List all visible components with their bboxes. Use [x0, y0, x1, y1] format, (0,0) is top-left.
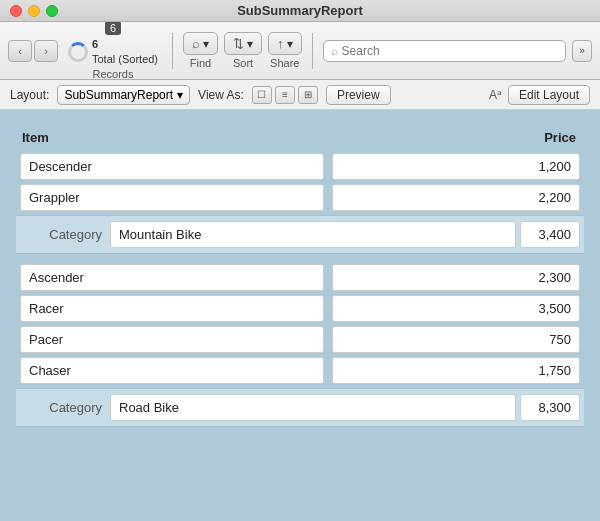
records-section: 6 6 Total (Sorted) Records: [68, 21, 158, 80]
table-header-row: Item Price: [16, 126, 584, 151]
table-row: Descender 1,200: [16, 151, 584, 182]
title-bar: SubSummaryReport: [0, 0, 600, 22]
view-form-button[interactable]: ☐: [252, 86, 272, 104]
summary-price: 8,300: [520, 394, 580, 421]
search-icon: ⌕: [331, 44, 338, 58]
price-value: 3,500: [332, 295, 580, 322]
item-cell[interactable]: Racer: [16, 293, 328, 324]
category-label: Category: [20, 227, 110, 242]
minimize-button[interactable]: [28, 5, 40, 17]
search-icon: ⌕: [192, 36, 200, 51]
summary-row: Category Mountain Bike 3,400: [16, 213, 584, 256]
price-value: 2,200: [332, 184, 580, 211]
price-cell[interactable]: 1,750: [328, 355, 584, 386]
back-button[interactable]: ‹: [8, 40, 32, 62]
share-dropdown-icon: ▾: [287, 37, 293, 51]
loading-spinner: [68, 42, 88, 62]
item-cell[interactable]: Descender: [16, 151, 328, 182]
forward-button[interactable]: ›: [34, 40, 58, 62]
price-cell[interactable]: 2,300: [328, 262, 584, 293]
records-total: 6: [92, 37, 158, 51]
item-value: Grappler: [20, 184, 324, 211]
price-value: 1,200: [332, 153, 580, 180]
records-count-badge: 6: [105, 21, 121, 35]
table-row: Pacer 750: [16, 324, 584, 355]
summary-cell: Category Road Bike 8,300: [16, 386, 584, 429]
view-table-button[interactable]: ⊞: [298, 86, 318, 104]
table-row: Ascender 2,300: [16, 262, 584, 293]
sort-dropdown-icon: ▾: [247, 37, 253, 51]
report-table: Item Price Descender 1,200 Grappler 2,20…: [16, 126, 584, 435]
edit-layout-button[interactable]: Edit Layout: [508, 85, 590, 105]
summary-row: Category Road Bike 8,300: [16, 386, 584, 429]
category-value: Mountain Bike: [110, 221, 516, 248]
view-list-button[interactable]: ≡: [275, 86, 295, 104]
header-price: Price: [328, 126, 584, 151]
price-cell[interactable]: 3,500: [328, 293, 584, 324]
traffic-lights: [10, 5, 58, 17]
layout-selector[interactable]: SubSummaryReport ▾: [57, 85, 190, 105]
view-as-label: View As:: [198, 88, 244, 102]
spacer-row: [16, 429, 584, 435]
summary-cell: Category Mountain Bike 3,400: [16, 213, 584, 256]
item-value: Descender: [20, 153, 324, 180]
share-button[interactable]: ↑ ▾: [268, 32, 302, 55]
price-cell[interactable]: 2,200: [328, 182, 584, 213]
sort-group: ⇅ ▾ Sort: [224, 32, 262, 69]
layout-label: Layout:: [10, 88, 49, 102]
layout-bar: Layout: SubSummaryReport ▾ View As: ☐ ≡ …: [0, 80, 600, 110]
sort-icon: ⇅: [233, 36, 244, 51]
item-value: Ascender: [20, 264, 324, 291]
records-info: 6 Total (Sorted): [92, 37, 158, 66]
spinner-area: 6 Total (Sorted): [68, 37, 158, 66]
close-button[interactable]: [10, 5, 22, 17]
table-row: Grappler 2,200: [16, 182, 584, 213]
find-button[interactable]: ⌕ ▾: [183, 32, 218, 55]
font-size-icon[interactable]: Aᵃ: [489, 88, 502, 102]
table-row: Racer 3,500: [16, 293, 584, 324]
category-value: Road Bike: [110, 394, 516, 421]
summary-wrap: Category Mountain Bike 3,400: [16, 215, 584, 254]
table-row: Chaser 1,750: [16, 355, 584, 386]
sort-button[interactable]: ⇅ ▾: [224, 32, 262, 55]
nav-buttons: ‹ ›: [8, 40, 58, 62]
item-value: Pacer: [20, 326, 324, 353]
layout-name: SubSummaryReport: [64, 88, 173, 102]
maximize-button[interactable]: [46, 5, 58, 17]
table-wrapper: Item Price Descender 1,200 Grappler 2,20…: [0, 110, 600, 521]
item-value: Racer: [20, 295, 324, 322]
category-label: Category: [20, 400, 110, 415]
item-cell[interactable]: Chaser: [16, 355, 328, 386]
window-title: SubSummaryReport: [237, 3, 363, 18]
separator-1: [172, 33, 173, 69]
summary-price: 3,400: [520, 221, 580, 248]
layout-dropdown-icon: ▾: [177, 88, 183, 102]
price-value: 2,300: [332, 264, 580, 291]
layout-bar-right: Aᵃ Edit Layout: [489, 85, 590, 105]
summary-wrap: Category Road Bike 8,300: [16, 388, 584, 427]
view-icons: ☐ ≡ ⊞: [252, 86, 318, 104]
toolbar: ‹ › 6 6 Total (Sorted) Records ⌕ ▾ Find …: [0, 22, 600, 80]
records-sorted-label: Total (Sorted): [92, 52, 158, 66]
main-content: Item Price Descender 1,200 Grappler 2,20…: [0, 110, 600, 521]
header-item: Item: [16, 126, 328, 151]
find-group: ⌕ ▾ Find: [183, 32, 218, 69]
find-dropdown-icon: ▾: [203, 37, 209, 51]
find-label: Find: [190, 57, 211, 69]
sort-label: Sort: [233, 57, 253, 69]
separator-2: [312, 33, 313, 69]
price-cell[interactable]: 750: [328, 324, 584, 355]
item-cell[interactable]: Pacer: [16, 324, 328, 355]
price-cell[interactable]: 1,200: [328, 151, 584, 182]
price-value: 1,750: [332, 357, 580, 384]
item-cell[interactable]: Ascender: [16, 262, 328, 293]
expand-button[interactable]: »: [572, 40, 592, 62]
share-group: ↑ ▾ Share: [268, 32, 302, 69]
preview-button[interactable]: Preview: [326, 85, 391, 105]
search-input[interactable]: [342, 44, 558, 58]
records-label: Records: [93, 68, 134, 80]
search-box[interactable]: ⌕: [323, 40, 566, 62]
share-label: Share: [270, 57, 299, 69]
item-cell[interactable]: Grappler: [16, 182, 328, 213]
share-icon: ↑: [277, 36, 284, 51]
